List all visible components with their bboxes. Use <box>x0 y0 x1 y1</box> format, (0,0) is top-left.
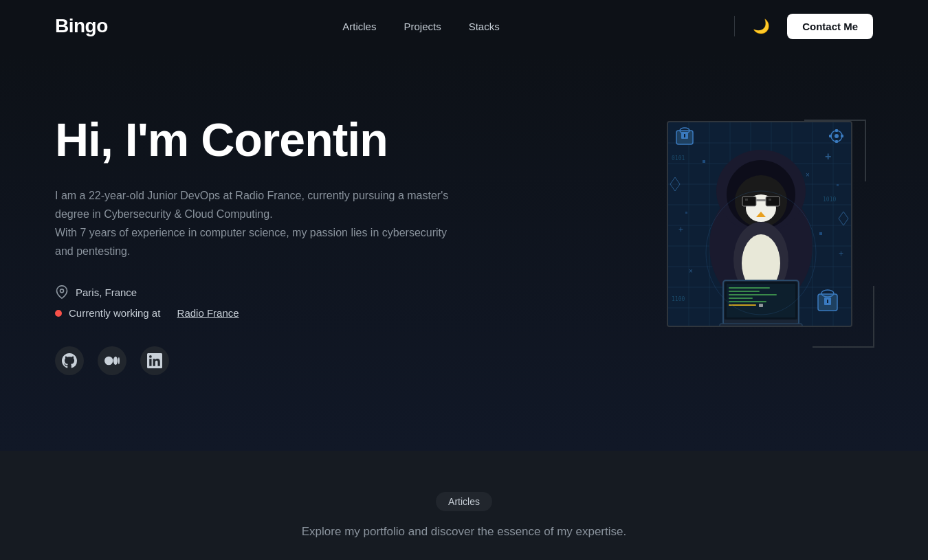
svg-rect-42 <box>766 197 780 206</box>
svg-point-24 <box>835 134 839 138</box>
nav-articles[interactable]: Articles <box>342 21 376 32</box>
working-item: Currently working at Radio France <box>55 307 454 319</box>
hero-content: Hi, I'm Corentin I am a 22-year-old Juni… <box>55 114 454 376</box>
medium-icon <box>104 353 120 368</box>
working-company-link[interactable]: Radio France <box>177 307 239 319</box>
nav-links: Articles Projects Stacks <box>342 21 499 32</box>
svg-rect-43 <box>756 199 766 201</box>
theme-toggle-button[interactable]: 🌙 <box>749 14 773 38</box>
svg-rect-51 <box>727 284 795 317</box>
svg-rect-55 <box>729 298 753 299</box>
github-icon <box>62 353 77 368</box>
contact-button[interactable]: Contact Me <box>787 14 873 39</box>
social-links <box>55 346 454 375</box>
nav-right: 🌙 Contact Me <box>734 14 873 39</box>
svg-text:+: + <box>825 150 831 162</box>
svg-text:+: + <box>839 249 843 258</box>
svg-rect-28 <box>841 135 843 137</box>
svg-rect-53 <box>729 291 760 292</box>
svg-rect-41 <box>742 197 756 206</box>
location-item: Paris, France <box>55 285 454 299</box>
location-text: Paris, France <box>76 287 137 298</box>
linkedin-link[interactable] <box>140 346 169 375</box>
linkedin-icon <box>147 353 162 368</box>
svg-rect-67 <box>685 212 687 214</box>
nav-divider <box>734 16 735 36</box>
svg-rect-66 <box>819 232 822 235</box>
svg-rect-27 <box>829 135 832 137</box>
svg-rect-65 <box>703 160 705 163</box>
articles-badge: Articles <box>436 492 492 511</box>
hero-image-container: + + + × × <box>667 121 873 368</box>
medium-link[interactable] <box>98 346 126 375</box>
svg-point-0 <box>60 289 64 293</box>
logo[interactable]: Bingo <box>55 15 108 37</box>
svg-text:×: × <box>806 171 810 179</box>
svg-text:0101: 0101 <box>672 155 685 161</box>
hero-description: I am a 22-year-old Junior DevOps at Radi… <box>55 186 454 261</box>
svg-text:×: × <box>689 267 693 275</box>
corner-bracket-br <box>813 286 874 348</box>
hero-desc-line1: I am a 22-year-old Junior DevOps at Radi… <box>55 190 448 220</box>
svg-rect-68 <box>837 184 839 186</box>
hero-meta: Paris, France Currently working at Radio… <box>55 285 454 319</box>
articles-section: Articles Explore my portfolio and discov… <box>0 451 928 560</box>
svg-rect-45 <box>769 199 771 201</box>
svg-text:1100: 1100 <box>672 296 685 302</box>
svg-rect-58 <box>759 304 763 307</box>
nav-stacks[interactable]: Stacks <box>469 21 500 32</box>
svg-rect-44 <box>745 199 748 201</box>
working-prefix: Currently working at <box>69 307 160 319</box>
hero-desc-line2: With 7 years of experience in computer s… <box>55 227 447 257</box>
svg-rect-59 <box>720 324 802 327</box>
navbar: Bingo Articles Projects Stacks 🌙 Contact… <box>0 0 928 52</box>
status-dot <box>55 310 62 317</box>
svg-rect-52 <box>729 287 770 289</box>
articles-subtitle: Explore my portfolio and discover the es… <box>55 525 873 539</box>
github-link[interactable] <box>55 346 84 375</box>
svg-text:+: + <box>678 225 683 234</box>
svg-rect-22 <box>684 134 685 137</box>
nav-projects[interactable]: Projects <box>404 21 441 32</box>
svg-rect-54 <box>729 294 777 295</box>
svg-rect-25 <box>835 129 838 132</box>
svg-rect-56 <box>729 301 766 302</box>
svg-rect-26 <box>835 140 838 143</box>
location-icon <box>55 285 69 299</box>
svg-text:1010: 1010 <box>823 197 836 203</box>
hero-title: Hi, I'm Corentin <box>55 114 454 166</box>
hero-section: Hi, I'm Corentin I am a 22-year-old Juni… <box>0 52 928 451</box>
